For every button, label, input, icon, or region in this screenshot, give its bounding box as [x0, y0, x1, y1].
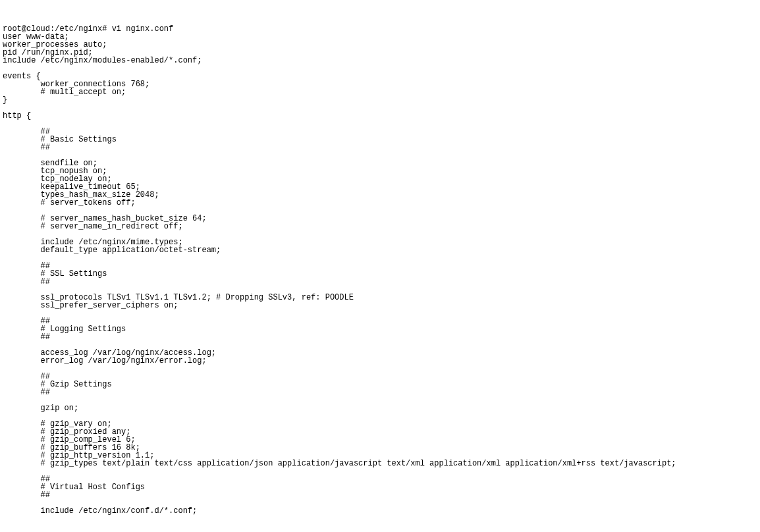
terminal-output[interactable]: root@cloud:/etc/nginx# vi nginx.conf use… [0, 24, 760, 516]
file-line: ssl_prefer_server_ciphers on; [3, 301, 178, 310]
file-line: # gzip_types text/plain text/css applica… [3, 459, 676, 468]
file-line: http { [3, 111, 31, 120]
file-line: default_type application/octet-stream; [3, 246, 221, 255]
file-line: ## [3, 388, 50, 397]
file-line: include /etc/nginx/modules-enabled/*.con… [3, 56, 202, 65]
file-line: ## [3, 491, 50, 500]
file-line: error_log /var/log/nginx/error.log; [3, 356, 207, 365]
file-line: # server_tokens off; [3, 198, 136, 207]
file-line: # multi_accept on; [3, 88, 126, 97]
file-line: } [3, 95, 7, 105]
file-line: include /etc/nginx/conf.d/*.conf; [3, 506, 197, 516]
file-line: # server_name_in_redirect off; [3, 222, 183, 231]
file-line: gzip on; [3, 404, 78, 413]
file-line: ## [3, 277, 50, 286]
file-line: ## [3, 332, 50, 342]
file-line: ## [3, 143, 50, 152]
